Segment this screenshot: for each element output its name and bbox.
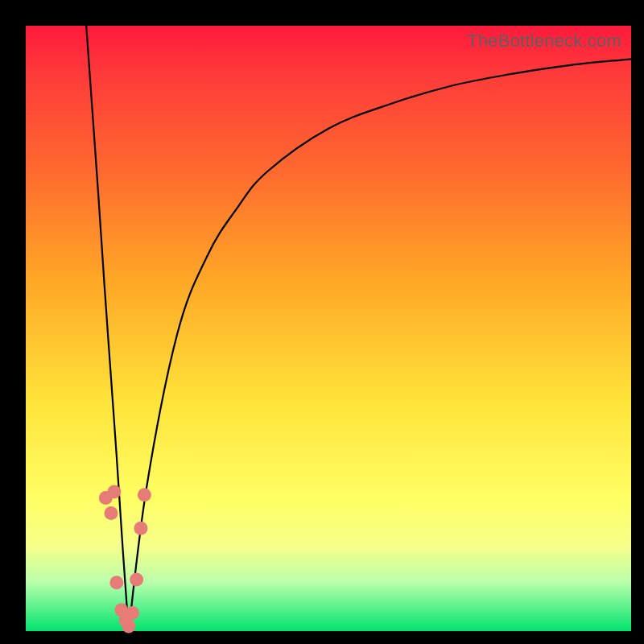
- data-point: [109, 576, 123, 589]
- data-point: [105, 506, 118, 520]
- data-point: [130, 573, 143, 587]
- data-point: [107, 485, 121, 499]
- data-point: [122, 620, 135, 634]
- chart-svg: [26, 26, 631, 631]
- curve-left-branch: [86, 26, 129, 631]
- plot-area: TheBottleneck.com: [26, 26, 631, 631]
- curve-right-branch: [129, 59, 631, 631]
- chart-stage: TheBottleneck.com: [0, 0, 644, 644]
- data-point: [138, 488, 151, 502]
- data-point: [126, 606, 139, 620]
- data-point: [134, 522, 147, 535]
